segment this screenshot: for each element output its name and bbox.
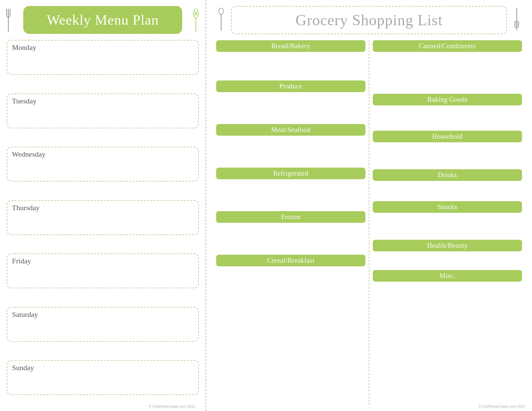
category-label-household: Household bbox=[373, 131, 522, 142]
category-label-misc: Misc. bbox=[373, 270, 522, 282]
day-box-saturday[interactable]: Saturday bbox=[7, 307, 199, 342]
copyright-right: © CraftSewCreate.com 2011 bbox=[478, 404, 525, 408]
category-label-drinks: Drinks bbox=[373, 169, 522, 181]
grocery-title: Grocery Shopping List bbox=[296, 11, 443, 29]
category-frozen: Frozen bbox=[216, 211, 365, 253]
day-box-tuesday[interactable]: Tuesday bbox=[7, 93, 199, 128]
day-boxes: Monday Tuesday Wednesday Thursday Friday… bbox=[7, 40, 199, 405]
category-label-baking: Baking Goods bbox=[373, 94, 522, 105]
category-canned: Canned/Condiments bbox=[373, 40, 522, 92]
fork-spatula-left-icon bbox=[5, 9, 12, 33]
svg-rect-1 bbox=[6, 9, 7, 16]
spatula-right-icon bbox=[513, 8, 520, 32]
category-label-meat: Meat/Seafood bbox=[216, 124, 365, 136]
day-label-tuesday: Tuesday bbox=[12, 97, 194, 105]
left-panel: Weekly Menu Plan Monday Tuesday Wednes bbox=[0, 0, 206, 411]
category-produce: Produce bbox=[216, 80, 365, 123]
grocery-columns: Bread/Bakery Produce Meat/Seafood Refrig… bbox=[213, 40, 525, 405]
page: Weekly Menu Plan Monday Tuesday Wednes bbox=[0, 0, 532, 411]
category-label-cereal: Cereal/Breakfast bbox=[216, 255, 365, 266]
category-baking: Baking Goods bbox=[373, 94, 522, 129]
category-label-frozen: Frozen bbox=[216, 211, 365, 223]
category-cereal: Cereal/Breakfast bbox=[216, 255, 365, 284]
svg-rect-2 bbox=[10, 9, 10, 16]
day-label-thursday: Thursday bbox=[12, 204, 194, 212]
category-label-produce: Produce bbox=[216, 80, 365, 92]
day-box-sunday[interactable]: Sunday bbox=[7, 360, 199, 395]
category-household: Household bbox=[373, 131, 522, 168]
category-drinks: Drinks bbox=[373, 169, 522, 200]
svg-rect-8 bbox=[221, 14, 221, 31]
day-box-wednesday[interactable]: Wednesday bbox=[7, 147, 199, 182]
grocery-header: Grocery Shopping List bbox=[231, 6, 507, 34]
category-label-snacks: Snacks bbox=[373, 201, 522, 213]
category-refrigerated: Refrigerated bbox=[216, 168, 365, 210]
svg-rect-0 bbox=[8, 9, 9, 32]
grocery-col-2: Canned/Condiments Baking Goods Household… bbox=[369, 40, 525, 405]
copyright-left: © CraftSewCreate.com 2011 bbox=[149, 404, 196, 408]
category-meat-seafood: Meat/Seafood bbox=[216, 124, 365, 166]
svg-rect-3 bbox=[196, 17, 196, 32]
day-box-thursday[interactable]: Thursday bbox=[7, 200, 199, 235]
menu-header: Weekly Menu Plan bbox=[23, 6, 182, 34]
day-label-wednesday: Wednesday bbox=[12, 150, 194, 159]
day-box-friday[interactable]: Friday bbox=[7, 253, 199, 288]
svg-point-9 bbox=[219, 8, 223, 15]
day-label-monday: Monday bbox=[12, 43, 194, 52]
category-snacks: Snacks bbox=[373, 201, 522, 238]
day-label-sunday: Sunday bbox=[12, 363, 194, 372]
category-bread-bakery: Bread/Bakery bbox=[216, 40, 365, 79]
category-misc: Misc. bbox=[373, 270, 522, 292]
category-label-bread: Bread/Bakery bbox=[216, 40, 365, 52]
spoon-left-icon bbox=[218, 8, 224, 32]
category-label-health: Health/Beauty bbox=[373, 240, 522, 251]
right-panel: Grocery Shopping List Bread/Bakery bbox=[206, 0, 532, 411]
category-label-canned: Canned/Condiments bbox=[373, 40, 522, 52]
menu-title: Weekly Menu Plan bbox=[47, 12, 159, 28]
day-label-saturday: Saturday bbox=[12, 310, 194, 319]
category-health: Health/Beauty bbox=[373, 240, 522, 269]
day-box-monday[interactable]: Monday bbox=[7, 40, 199, 75]
day-label-friday: Friday bbox=[12, 257, 194, 265]
category-label-refrigerated: Refrigerated bbox=[216, 168, 365, 179]
whisk-spatula-right-icon bbox=[192, 9, 200, 33]
grocery-col-1: Bread/Bakery Produce Meat/Seafood Refrig… bbox=[213, 40, 369, 405]
